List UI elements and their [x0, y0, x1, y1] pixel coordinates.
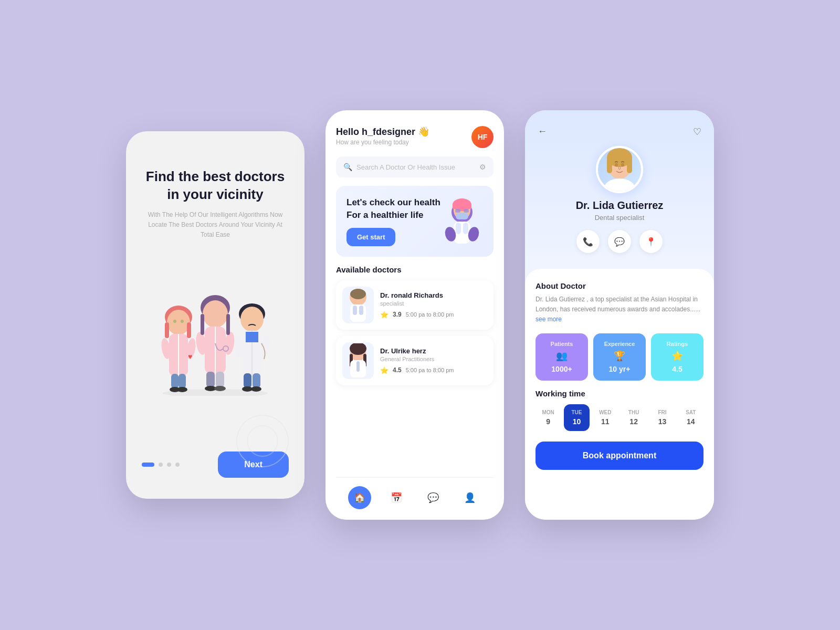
health-banner: Let's check our healthFor a healthier li… — [336, 186, 494, 257]
doctors-svg: ♥ — [147, 291, 284, 396]
svg-rect-54 — [350, 304, 366, 322]
dot-2 — [159, 463, 163, 467]
svg-rect-48 — [456, 223, 461, 234]
stat-patients-value: 1000+ — [541, 365, 583, 373]
svg-rect-62 — [356, 361, 360, 372]
nav-chat[interactable]: 💬 — [422, 486, 445, 509]
stat-patients-icon: 👥 — [541, 350, 583, 362]
svg-point-30 — [240, 307, 264, 332]
cal-day-thu[interactable]: THU 12 — [621, 404, 646, 431]
nav-profile[interactable]: 👤 — [458, 486, 481, 509]
screens-container: Find the best doctors in your vicinity W… — [126, 110, 714, 520]
screen2-header: Hello h_fdesigner 👋 How are you feeling … — [336, 126, 494, 148]
book-appointment-button[interactable]: Book appointment — [536, 442, 704, 470]
svg-rect-46 — [464, 209, 469, 213]
day-num-tue: 10 — [566, 417, 587, 426]
svg-rect-43 — [453, 205, 471, 209]
stat-ratings-value: 4.5 — [656, 365, 698, 373]
nav-home[interactable]: 🏠 — [348, 486, 371, 509]
doctor-meta-1: ⭐ 3.9 5:00 pa to 8:00 pm — [380, 311, 454, 319]
svg-rect-55 — [353, 306, 357, 315]
svg-rect-36 — [244, 373, 251, 388]
dot-1 — [142, 463, 154, 467]
day-name-fri: FRI — [652, 410, 673, 415]
svg-rect-14 — [165, 322, 169, 338]
screen3-doctor-profile: ← ♡ — [525, 110, 714, 520]
about-text: Dr. Lida Gutierrez , a top specialist at… — [536, 295, 704, 325]
search-placeholder: Search A Doctor Or Health Issue — [356, 163, 475, 171]
svg-point-2 — [167, 310, 190, 335]
screen3-body: About Doctor Dr. Lida Gutierrez , a top … — [525, 269, 714, 520]
day-num-mon: 9 — [538, 417, 559, 426]
calendar-icon: 📅 — [385, 486, 408, 509]
doctor-banner-svg — [441, 197, 483, 250]
doctor-specialty-1: specialist — [380, 300, 454, 307]
doctor-avatar-2 — [342, 342, 374, 379]
get-start-button[interactable]: Get start — [346, 228, 395, 246]
screen2-home: Hello h_fdesigner 👋 How are you feeling … — [326, 110, 504, 520]
svg-rect-23 — [206, 372, 215, 387]
doctor-1-svg — [345, 288, 371, 322]
doctor-info-1: Dr. ronald Richards specialist ⭐ 3.9 5:0… — [380, 291, 454, 319]
svg-rect-10 — [171, 374, 178, 388]
section-title: Available doctors — [336, 265, 494, 274]
svg-rect-44 — [456, 213, 468, 219]
day-name-sat: SAT — [680, 410, 701, 415]
contact-icons: 📞 💬 📍 — [576, 230, 663, 253]
profile-icon: 👤 — [458, 486, 481, 509]
doctor-card-2[interactable]: Dr. Ulrike herz General Practitioners ⭐ … — [336, 336, 494, 385]
see-more-link[interactable]: see more — [536, 316, 562, 323]
phone-button[interactable]: 📞 — [576, 230, 600, 253]
stat-ratings-icon: ⭐ — [656, 350, 698, 362]
cal-day-sat[interactable]: SAT 14 — [678, 404, 704, 431]
stats-row: Patients 👥 1000+ Experience 🏆 10 yr+ Rat… — [536, 333, 704, 381]
doctors-illustration: ♥ — [142, 245, 289, 441]
dot-4 — [175, 463, 180, 467]
doctor-card-1[interactable]: Dr. ronald Richards specialist ⭐ 3.9 5:0… — [336, 280, 494, 330]
home-icon: 🏠 — [348, 486, 371, 509]
stat-ratings: Ratings ⭐ 4.5 — [651, 333, 704, 381]
favorite-button[interactable]: ♡ — [693, 126, 701, 138]
banner-title: Let's check our healthFor a healthier li… — [346, 196, 440, 222]
svg-rect-49 — [463, 223, 468, 234]
stat-patients-label: Patients — [541, 341, 583, 347]
svg-rect-27 — [201, 314, 204, 335]
cal-day-mon[interactable]: MON 9 — [536, 404, 561, 431]
about-title: About Doctor — [536, 281, 704, 290]
screen1-title: Find the best doctors in your vicinity — [142, 168, 289, 204]
nav-calendar[interactable]: 📅 — [385, 486, 408, 509]
stat-experience-value: 10 yr+ — [598, 365, 640, 373]
cal-day-wed[interactable]: WED 11 — [593, 404, 618, 431]
time-1: 5:00 pa to 8:00 pm — [406, 311, 454, 318]
stat-experience-label: Experience — [598, 341, 640, 347]
stat-experience-icon: 🏆 — [598, 350, 640, 362]
dot-3 — [167, 463, 171, 467]
cal-day-tue[interactable]: TUE 10 — [564, 404, 589, 431]
cal-day-fri[interactable]: FRI 13 — [649, 404, 675, 431]
search-bar[interactable]: 🔍 Search A Doctor Or Health Issue ⚙ — [336, 156, 494, 177]
banner-illustration — [441, 197, 483, 245]
day-num-wed: 11 — [595, 417, 616, 426]
filter-icon[interactable]: ⚙ — [479, 163, 486, 171]
svg-rect-24 — [216, 372, 224, 387]
doctor-name-2: Dr. Ulrike herz — [380, 347, 454, 355]
calendar-row: MON 9 TUE 10 WED 11 THU 12 FRI 13 — [536, 404, 704, 431]
deco-circle-2 — [247, 425, 278, 457]
greeting-block: Hello h_fdesigner 👋 How are you feeling … — [336, 126, 429, 146]
day-num-fri: 13 — [652, 417, 673, 426]
svg-text:♥: ♥ — [188, 352, 192, 361]
banner-text: Let's check our healthFor a healthier li… — [346, 196, 440, 246]
svg-point-34 — [234, 335, 244, 356]
doctor-2-svg — [345, 343, 371, 377]
greeting-sub: How are you feeling today — [336, 139, 429, 146]
location-button[interactable]: 📍 — [639, 230, 663, 253]
screen1-onboarding: Find the best doctors in your vicinity W… — [126, 131, 304, 499]
svg-rect-33 — [246, 332, 258, 342]
time-2: 5:00 pa to 8:00 pm — [406, 367, 454, 373]
back-button[interactable]: ← — [538, 126, 547, 138]
doctor-info-2: Dr. Ulrike herz General Practitioners ⭐ … — [380, 347, 454, 374]
user-avatar[interactable]: HF — [471, 126, 494, 148]
message-button[interactable]: 💬 — [608, 230, 631, 253]
screen3-top: ← ♡ — [525, 110, 714, 269]
svg-point-4 — [181, 320, 184, 323]
